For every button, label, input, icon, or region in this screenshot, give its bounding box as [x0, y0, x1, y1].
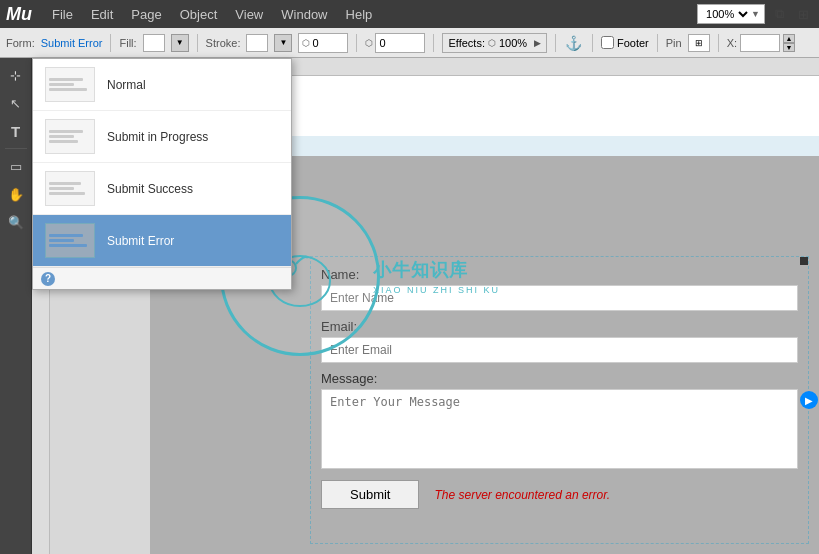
message-textarea[interactable]: [321, 389, 798, 469]
name-label: Name:: [321, 267, 798, 282]
menu-file[interactable]: File: [44, 5, 81, 24]
toolbar-separator-6: [592, 34, 593, 52]
stroke-width-field[interactable]: 0: [312, 37, 342, 49]
name-field: Name:: [321, 267, 798, 311]
effects-value-field[interactable]: 100%: [499, 37, 531, 49]
fill-color-swatch[interactable]: [143, 34, 165, 52]
toolbar-separator-8: [718, 34, 719, 52]
error-label: Submit Error: [107, 234, 174, 248]
form-label: Form:: [6, 37, 35, 49]
preview-line-11: [49, 239, 74, 242]
preview-line-12: [49, 244, 87, 247]
layout-btn[interactable]: ⊞: [793, 4, 813, 24]
preview-line-3: [49, 88, 87, 91]
form-container: Name: Email: Message: Submit The server …: [310, 256, 809, 544]
message-field: Message:: [321, 371, 798, 472]
progress-label: Submit in Progress: [107, 130, 208, 144]
dropdown-panel: Normal Submit in Progress Submit Success: [32, 58, 292, 290]
stroke-color-swatch[interactable]: [246, 34, 268, 52]
fill-options-btn[interactable]: ▼: [171, 34, 189, 52]
submit-button[interactable]: Submit: [321, 480, 419, 509]
anchor-btn[interactable]: ⚓: [564, 33, 584, 53]
tool-separator-1: [5, 148, 27, 149]
menubar: Mu File Edit Page Object View Window Hel…: [0, 0, 819, 28]
message-label: Message:: [321, 371, 798, 386]
form-expand-handle[interactable]: ▶: [800, 391, 818, 409]
tool-zoom[interactable]: 🔍: [3, 209, 29, 235]
progress-preview: [45, 119, 95, 154]
tool-hand[interactable]: ✋: [3, 181, 29, 207]
dropdown-item-normal[interactable]: Normal: [33, 59, 291, 111]
preview-line-7: [49, 182, 81, 185]
preview-line-6: [49, 140, 78, 143]
normal-label: Normal: [107, 78, 146, 92]
normal-preview: [45, 67, 95, 102]
dropdown-item-success[interactable]: Submit Success: [33, 163, 291, 215]
x-field-group: X: ▲ ▼: [727, 34, 795, 52]
name-input[interactable]: [321, 285, 798, 311]
dropdown-help: ?: [33, 267, 291, 289]
app-logo: Mu: [6, 4, 32, 25]
stroke-width-input[interactable]: ⬡ 0: [298, 33, 348, 53]
x-down-btn[interactable]: ▼: [783, 43, 795, 52]
preview-line-10: [49, 234, 83, 237]
zoom-select[interactable]: 100%: [702, 7, 751, 21]
pin-label: Pin: [666, 37, 682, 49]
corner-input[interactable]: [375, 33, 425, 53]
x-value-input[interactable]: [740, 34, 780, 52]
toolbar-separator-7: [657, 34, 658, 52]
stroke-label: Stroke:: [206, 37, 241, 49]
menu-view[interactable]: View: [227, 5, 271, 24]
toolbar-separator-1: [110, 34, 111, 52]
effects-btn[interactable]: Effects: ⬡ 100% ▶: [442, 33, 546, 53]
preview-line-5: [49, 135, 74, 138]
menu-page[interactable]: Page: [123, 5, 169, 24]
zoom-selector[interactable]: 100% ▼: [697, 4, 765, 24]
menu-edit[interactable]: Edit: [83, 5, 121, 24]
menu-object[interactable]: Object: [172, 5, 226, 24]
email-label: Email:: [321, 319, 798, 334]
corner-field[interactable]: [379, 37, 409, 49]
tool-select[interactable]: ⊹: [3, 62, 29, 88]
email-field: Email:: [321, 319, 798, 363]
main-area: ⊹ ↖ T ▭ ✋ 🔍 Normal Submit in Progress: [0, 58, 819, 554]
preview-line-1: [49, 78, 83, 81]
menu-window[interactable]: Window: [273, 5, 335, 24]
pin-icon: ⊞: [695, 38, 703, 48]
preview-line-2: [49, 83, 74, 86]
toolbar-separator-3: [356, 34, 357, 52]
form-resize-handle[interactable]: [800, 257, 808, 265]
toolbar-separator-4: [433, 34, 434, 52]
error-preview: [45, 223, 95, 258]
screen-mode-btn[interactable]: ⧉: [769, 4, 789, 24]
form-value[interactable]: Submit Error: [41, 37, 103, 49]
footer-label: Footer: [617, 37, 649, 49]
footer-checkbox-group: Footer: [601, 36, 649, 49]
x-spinner: ▲ ▼: [783, 34, 795, 52]
tool-text[interactable]: T: [3, 118, 29, 144]
tool-direct-select[interactable]: ↖: [3, 90, 29, 116]
menu-help[interactable]: Help: [338, 5, 381, 24]
toolbar: Form: Submit Error Fill: ▼ Stroke: ▼ ⬡ 0…: [0, 28, 819, 58]
email-input[interactable]: [321, 337, 798, 363]
stroke-options-btn[interactable]: ▼: [274, 34, 292, 52]
x-label: X:: [727, 37, 737, 49]
x-up-btn[interactable]: ▲: [783, 34, 795, 43]
preview-line-4: [49, 130, 83, 133]
dropdown-item-progress[interactable]: Submit in Progress: [33, 111, 291, 163]
toolbar-separator-2: [197, 34, 198, 52]
fill-label: Fill:: [119, 37, 136, 49]
preview-line-9: [49, 192, 85, 195]
help-icon[interactable]: ?: [41, 272, 55, 286]
submit-row: Submit The server encountered an error.: [321, 480, 798, 509]
success-label: Submit Success: [107, 182, 193, 196]
success-preview: [45, 171, 95, 206]
toolbar-separator-5: [555, 34, 556, 52]
footer-checkbox[interactable]: [601, 36, 614, 49]
error-message: The server encountered an error.: [434, 488, 610, 502]
pin-icon-box: ⊞: [688, 34, 710, 52]
corner-group: ⬡: [365, 33, 425, 53]
dropdown-item-error[interactable]: Submit Error: [33, 215, 291, 267]
preview-line-8: [49, 187, 74, 190]
tool-rectangle[interactable]: ▭: [3, 153, 29, 179]
